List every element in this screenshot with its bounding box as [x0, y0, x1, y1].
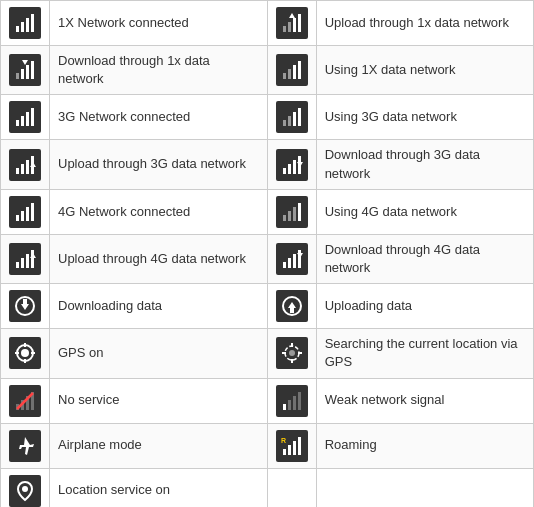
table-row: No serviceWeak network signal — [1, 378, 534, 423]
right-label: Download through 4G data network — [316, 234, 533, 283]
download-4g-icon — [267, 234, 316, 283]
svg-rect-44 — [16, 262, 19, 268]
table-row: 4G Network connectedUsing 4G data networ… — [1, 189, 534, 234]
table-row: Airplane modeRRoaming — [1, 423, 534, 468]
table-row: Location service on — [1, 468, 534, 507]
svg-point-66 — [289, 350, 295, 356]
left-label: 1X Network connected — [50, 1, 268, 46]
svg-marker-35 — [297, 162, 303, 167]
svg-rect-4 — [283, 26, 286, 32]
svg-rect-84 — [298, 437, 301, 455]
svg-rect-9 — [16, 73, 19, 79]
svg-rect-20 — [26, 112, 29, 126]
left-label: 3G Network connected — [50, 95, 268, 140]
svg-marker-13 — [22, 60, 28, 65]
svg-rect-28 — [26, 160, 29, 174]
svg-marker-53 — [297, 253, 303, 258]
upload-1x-icon — [267, 1, 316, 46]
using-1x-icon — [267, 46, 316, 95]
right-label: Searching the current location via GPS — [316, 329, 533, 378]
svg-rect-15 — [288, 69, 291, 79]
left-label: Airplane mode — [50, 423, 268, 468]
svg-rect-27 — [21, 164, 24, 174]
left-label: Download through 1x data network — [50, 46, 268, 95]
svg-rect-52 — [298, 250, 301, 268]
svg-rect-38 — [26, 207, 29, 221]
svg-rect-2 — [26, 18, 29, 32]
left-label: Location service on — [50, 468, 268, 507]
right-label: Weak network signal — [316, 378, 533, 423]
table-row: Upload through 4G data networkDownload t… — [1, 234, 534, 283]
svg-rect-22 — [283, 120, 286, 126]
download-3g-icon — [267, 140, 316, 189]
svg-rect-7 — [298, 14, 301, 32]
upload-3g-icon — [1, 140, 50, 189]
left-label: Downloading data — [50, 284, 268, 329]
icons-reference-table: 1X Network connectedUpload through 1x da… — [0, 0, 534, 507]
svg-rect-46 — [26, 254, 29, 268]
left-label: GPS on — [50, 329, 268, 378]
svg-rect-1 — [21, 22, 24, 32]
weak-signal-icon — [267, 378, 316, 423]
download-1x-icon — [1, 46, 50, 95]
airplane-icon — [1, 423, 50, 468]
1x-network-icon — [1, 1, 50, 46]
left-label: Upload through 4G data network — [50, 234, 268, 283]
using-4g-icon — [267, 189, 316, 234]
svg-rect-59 — [290, 307, 294, 313]
svg-rect-23 — [288, 116, 291, 126]
svg-rect-78 — [288, 400, 291, 410]
svg-marker-48 — [30, 253, 36, 258]
svg-rect-47 — [31, 250, 34, 268]
svg-rect-17 — [298, 61, 301, 79]
right-label: Using 4G data network — [316, 189, 533, 234]
location-icon — [1, 468, 50, 507]
svg-text:R: R — [281, 437, 286, 444]
svg-rect-40 — [283, 215, 286, 221]
svg-rect-0 — [16, 26, 19, 32]
roaming-icon: R — [267, 423, 316, 468]
left-label: Upload through 3G data network — [50, 140, 268, 189]
svg-rect-33 — [293, 160, 296, 174]
svg-rect-11 — [26, 65, 29, 79]
right-label: Download through 3G data network — [316, 140, 533, 189]
svg-rect-19 — [21, 116, 24, 126]
left-label: 4G Network connected — [50, 189, 268, 234]
svg-rect-12 — [31, 61, 34, 79]
svg-rect-10 — [21, 69, 24, 79]
svg-rect-50 — [288, 258, 291, 268]
svg-rect-3 — [31, 14, 34, 32]
svg-rect-37 — [21, 211, 24, 221]
table-row: Download through 1x data networkUsing 1X… — [1, 46, 534, 95]
4g-network-icon — [1, 189, 50, 234]
svg-rect-26 — [16, 168, 19, 174]
upload-4g-icon — [1, 234, 50, 283]
gps-on-icon — [1, 329, 50, 378]
svg-rect-39 — [31, 203, 34, 221]
svg-marker-8 — [289, 13, 295, 18]
no-service-icon — [1, 378, 50, 423]
svg-point-60 — [21, 349, 29, 357]
svg-rect-5 — [288, 22, 291, 32]
svg-rect-42 — [293, 207, 296, 221]
svg-rect-21 — [31, 108, 34, 126]
svg-rect-18 — [16, 120, 19, 126]
right-label: Roaming — [316, 423, 533, 468]
right-label: Using 1X data network — [316, 46, 533, 95]
svg-rect-83 — [293, 441, 296, 455]
gps-searching-icon — [267, 329, 316, 378]
svg-rect-43 — [298, 203, 301, 221]
left-label: No service — [50, 378, 268, 423]
svg-marker-30 — [30, 162, 36, 167]
svg-rect-36 — [16, 215, 19, 221]
right-label: Uploading data — [316, 284, 533, 329]
svg-rect-41 — [288, 211, 291, 221]
svg-rect-81 — [283, 449, 286, 455]
table-row: Downloading dataUploading data — [1, 284, 534, 329]
svg-rect-25 — [298, 108, 301, 126]
svg-rect-51 — [293, 254, 296, 268]
svg-rect-80 — [298, 392, 301, 410]
svg-rect-82 — [288, 445, 291, 455]
svg-rect-45 — [21, 258, 24, 268]
table-row: 3G Network connectedUsing 3G data networ… — [1, 95, 534, 140]
